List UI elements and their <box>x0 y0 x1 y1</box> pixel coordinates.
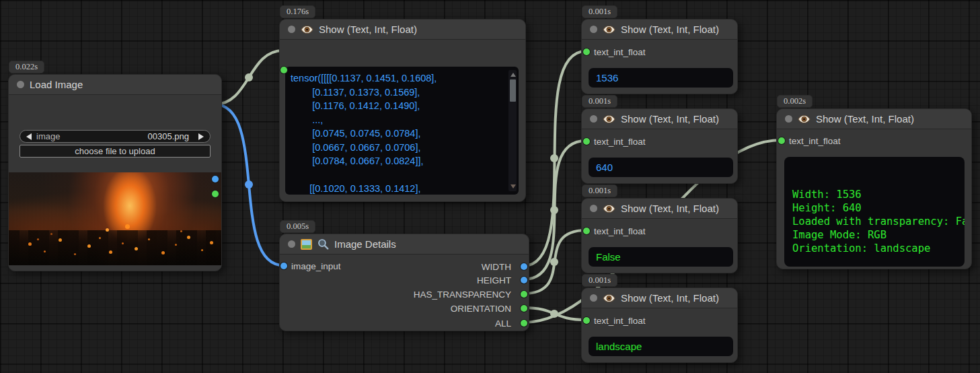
wire-transparency-to-show <box>523 230 586 294</box>
wire-midpoint-dot <box>245 73 253 81</box>
collapse-dot-icon[interactable] <box>288 240 295 248</box>
collapse-dot-icon[interactable] <box>590 115 597 123</box>
wire-orientation-to-show <box>523 308 586 320</box>
wire-midpoint-dot <box>550 154 558 162</box>
scroll-up-icon[interactable] <box>511 73 516 77</box>
eye-icon <box>603 114 615 124</box>
node-title: Load Image <box>30 79 83 90</box>
input-label: text_int_float <box>594 137 646 147</box>
node-title-bar[interactable]: Show (Text, Int, Float) <box>582 20 737 40</box>
exec-time-badge: 0.005s <box>280 220 315 233</box>
image-combo-widget[interactable]: image 00305.png <box>20 130 211 143</box>
node-title-bar[interactable]: Show (Text, Int, Float) <box>280 20 525 40</box>
eye-icon <box>301 25 313 34</box>
picture-icon <box>301 239 312 250</box>
node-title: Show (Text, Int, Float) <box>621 24 719 35</box>
tensor-text: tensor([[[[0.1137, 0.1451, 0.1608], [0.1… <box>285 67 519 195</box>
output-slot-mask[interactable] <box>212 191 219 197</box>
value-display[interactable]: False <box>589 247 733 267</box>
eye-icon <box>603 294 615 303</box>
value-display[interactable]: 640 <box>589 158 733 177</box>
value-display[interactable]: 1536 <box>589 68 733 88</box>
output-label-width: WIDTH <box>482 263 511 272</box>
collapse-dot-icon[interactable] <box>590 205 597 212</box>
node-show-width[interactable]: 0.001s Show (Text, Int, Float) text_int_… <box>581 19 738 94</box>
node-show-tensor[interactable]: 0.176s Show (Text, Int, Float) text_int_… <box>279 19 526 202</box>
node-title-bar[interactable]: Show (Text, Int, Float) <box>582 199 737 219</box>
wire-midpoint-dot <box>245 180 253 189</box>
tensor-value-display[interactable]: tensor([[[[0.1137, 0.1451, 0.1608], [0.1… <box>285 67 519 195</box>
combo-prev-icon[interactable] <box>26 133 32 140</box>
input-slot-text-int-float[interactable] <box>583 138 590 145</box>
combo-next-icon[interactable] <box>198 133 204 140</box>
node-show-all[interactable]: 0.002s Show (Text, Int, Float) text_int_… <box>776 108 972 269</box>
value-display[interactable]: Width: 1536 Height: 640 Loaded with tran… <box>784 157 965 267</box>
output-slot-height[interactable] <box>521 277 527 283</box>
input-slot-text-int-float[interactable] <box>583 317 590 324</box>
collapse-dot-icon[interactable] <box>590 26 597 33</box>
scroll-thumb[interactable] <box>510 79 516 102</box>
image-preview <box>9 172 221 265</box>
node-load-image[interactable]: 0.022s Load Image IMAGE MASK image 00305… <box>8 74 222 271</box>
input-label: text_int_float <box>594 227 646 236</box>
wire-midpoint-dot <box>550 258 558 266</box>
wire-midpoint-dot <box>550 206 558 214</box>
output-slot-width[interactable] <box>521 263 527 270</box>
node-title-bar[interactable]: Show (Text, Int, Float) <box>582 288 737 308</box>
exec-time-badge: 0.001s <box>582 5 617 18</box>
exec-time-badge: 0.176s <box>280 5 315 18</box>
node-title: Show (Text, Int, Float) <box>621 292 719 304</box>
collapse-dot-icon[interactable] <box>785 115 792 123</box>
node-title-bar[interactable]: Show (Text, Int, Float) <box>777 109 971 129</box>
input-slot-text-int-float[interactable] <box>583 228 590 234</box>
output-slot-image[interactable] <box>212 176 219 182</box>
output-label-has-transparency: HAS_TRANSPARENCY <box>414 290 511 300</box>
output-slot-has-transparency[interactable] <box>521 291 527 298</box>
eye-icon <box>798 114 811 124</box>
node-show-transparency[interactable]: 0.001s Show (Text, Int, Float) text_int_… <box>581 198 738 273</box>
input-label: image_input <box>291 262 341 271</box>
node-show-orientation[interactable]: 0.001s Show (Text, Int, Float) text_int_… <box>581 287 738 363</box>
output-slot-orientation[interactable] <box>521 305 527 312</box>
input-label: text_int_float <box>594 48 646 57</box>
scrollbar[interactable] <box>508 70 517 191</box>
wire-width-to-show <box>523 51 586 266</box>
node-title: Show (Text, Int, Float) <box>816 113 914 125</box>
scroll-down-icon[interactable] <box>511 184 516 189</box>
input-slot-text-int-float[interactable] <box>778 137 785 144</box>
collapse-dot-icon[interactable] <box>288 26 295 33</box>
exec-time-badge: 0.022s <box>9 61 44 73</box>
wire-midpoint-dot <box>550 310 558 318</box>
collapse-dot-icon[interactable] <box>590 294 597 302</box>
choose-file-button[interactable]: choose file to upload <box>20 145 211 158</box>
node-title: Show (Text, Int, Float) <box>319 24 417 35</box>
node-title-bar[interactable]: Load Image <box>9 75 221 95</box>
output-label-all: ALL <box>495 319 511 329</box>
input-slot-text-int-float[interactable] <box>583 48 590 55</box>
node-show-height[interactable]: 0.001s Show (Text, Int, Float) text_int_… <box>581 108 738 184</box>
eye-icon <box>603 204 615 213</box>
node-image-details[interactable]: 0.005s Image Details image_input WIDTH H… <box>279 234 529 331</box>
node-title-bar[interactable]: Image Details <box>280 234 529 255</box>
input-slot-text-int-float[interactable] <box>280 67 287 73</box>
combo-value: 00305.png <box>148 131 189 141</box>
combo-name: image <box>36 131 60 141</box>
exec-time-badge: 0.001s <box>582 95 617 108</box>
output-label-orientation: ORIENTATION <box>451 304 511 314</box>
node-title-bar[interactable]: Show (Text, Int, Float) <box>582 109 737 129</box>
collapse-dot-icon[interactable] <box>17 81 24 88</box>
wire-height-to-show <box>523 141 586 279</box>
detail-text: Width: 1536 Height: 640 Loaded with tran… <box>784 157 965 255</box>
output-slot-all[interactable] <box>521 320 527 327</box>
eye-icon <box>603 25 615 34</box>
node-title: Show (Text, Int, Float) <box>621 113 719 125</box>
input-label: text_int_float <box>789 137 841 146</box>
node-graph-canvas[interactable]: 0.022s Load Image IMAGE MASK image 00305… <box>0 0 980 373</box>
value-display[interactable]: landscape <box>589 337 733 356</box>
exec-time-badge: 0.001s <box>582 274 617 287</box>
wire-image-to-show-tensor <box>215 50 283 104</box>
input-slot-image-input[interactable] <box>280 263 287 269</box>
exec-time-badge: 0.002s <box>777 95 813 108</box>
wire-image-to-image-details <box>215 104 283 265</box>
output-label-height: HEIGHT <box>477 276 511 285</box>
